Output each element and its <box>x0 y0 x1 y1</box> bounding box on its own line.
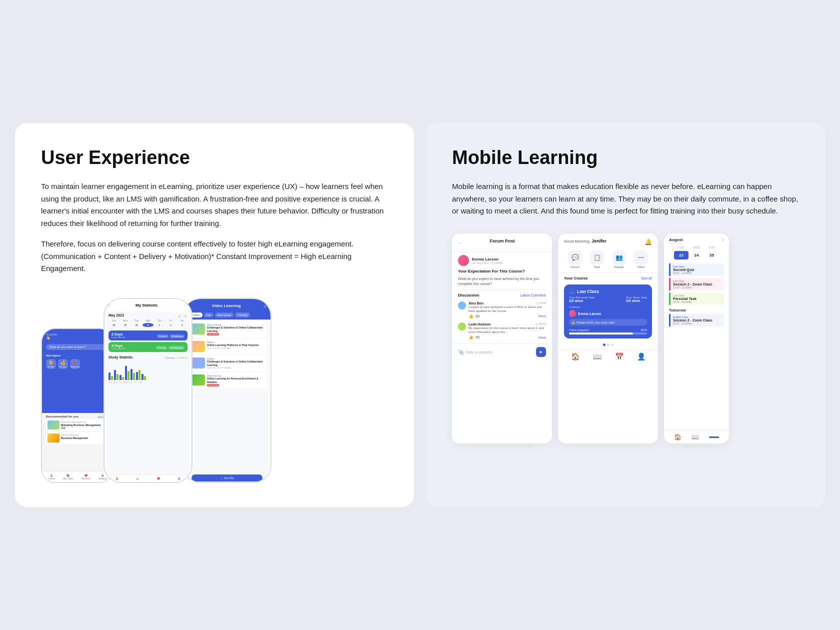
p1-username: 👋 <box>46 336 108 340</box>
p3-filter-live[interactable]: Live <box>204 312 214 318</box>
like-button-2[interactable]: 👍 <box>468 335 474 340</box>
p2-next-month[interactable]: › <box>184 314 188 318</box>
dash-lec-name: Emma Larson <box>578 312 601 316</box>
p2-nav-home[interactable]: 🏠 <box>116 477 118 480</box>
cal-date-24[interactable]: 24 <box>690 251 704 260</box>
p3-item-1[interactable]: Online Learning Challenges & Solutions i… <box>188 322 266 338</box>
comment-avatar-1 <box>458 302 466 310</box>
dash-header: 🔔 Good Morning, Jenifer <box>558 234 658 246</box>
p1-hot-topics-label: Hot topics <box>42 352 112 358</box>
forum-disc-label: Discussion <box>458 293 480 298</box>
mockup-row: ← Forum Post ← Emma Larson 24 Aug 2022, … <box>452 234 799 444</box>
cal-dropdown-icon[interactable]: ∨ <box>722 238 724 242</box>
p2-record-2: 3 Days Current Record 7 Lesson 11 Challe… <box>108 342 188 352</box>
cal-event-1[interactable]: Law Class Second Quiz 09:00 - 10:00AM <box>669 264 724 276</box>
like-button-1[interactable]: 👍 <box>468 314 474 318</box>
main-container: User Experience To maintain learner enga… <box>15 123 825 507</box>
p1-nav-home[interactable]: 🏠Home <box>48 474 54 480</box>
forum-header: ← Forum Post ← <box>452 234 552 252</box>
p3-title-3: Challenges & Solutions in Online Collabo… <box>207 360 264 366</box>
comment-name-1: Alex Ben <box>468 302 484 305</box>
dash-dot-2 <box>607 344 610 346</box>
p1-nav-wishlist[interactable]: ❤️Wishlist <box>82 474 90 480</box>
dash-bn-calendar[interactable]: 📅 <box>615 352 624 360</box>
cal-bn-home[interactable]: 🏠 <box>674 434 682 440</box>
forum-send-button[interactable]: ➤ <box>536 347 546 357</box>
p3-filter-new[interactable]: New Upload <box>215 312 234 318</box>
p2-bottom-nav: 🏠 📖 ❤️ ⚙️ <box>104 474 192 482</box>
comment-time-1: 1:12PM <box>536 302 546 304</box>
p1-rec-item-2[interactable]: Jeremy Mamika Business Management <box>46 432 108 444</box>
p2-stat-title: Study Statistic <box>108 356 133 359</box>
p3-item-3[interactable]: Webinar Challenges & Solutions in Online… <box>188 356 266 371</box>
p2-month: May 2023 <box>108 314 124 317</box>
calendar-card: August ∨ TUE WED THU 23 24 25 <box>664 234 729 444</box>
phone-2-screen: ‹ My Statistic ⋯ May 2023 ‹ › <box>104 299 192 482</box>
p2-prev-month[interactable]: ‹ <box>178 314 182 318</box>
cal-bn-book[interactable]: 📖 <box>692 434 699 440</box>
cal-event-tomorrow-1[interactable]: English Class Session 2 - Zoom Class 09:… <box>669 314 724 326</box>
p1-nav-myclass[interactable]: 📚My Class <box>63 474 74 480</box>
dash-lecturer-row: Emma Larson <box>569 310 647 317</box>
dash-progress-fill <box>569 332 633 334</box>
comment-time-2: 2:25PM <box>536 322 546 326</box>
p2-nav-book[interactable]: 📖 <box>136 477 139 480</box>
phone-3: ‹ Video Learning ⌕ All Video Live New Up… <box>182 298 272 483</box>
cal-date-25[interactable]: 25 <box>704 251 719 260</box>
dash-bn-profile[interactable]: 👤 <box>637 352 646 360</box>
dash-see-all[interactable]: See all <box>642 276 652 280</box>
reply-button-2[interactable]: Reply <box>538 336 546 339</box>
law-class-icon: ⚖️ <box>569 288 575 294</box>
p2-back-icon[interactable]: ‹ <box>108 303 110 308</box>
p2-nav-settings[interactable]: ⚙️ <box>178 477 180 480</box>
dash-bn-home[interactable]: 🏠 <box>571 352 580 360</box>
dash-nav-other[interactable]: ⋯ Other <box>634 250 648 268</box>
cal-event-2[interactable]: Law Class Session 2 - Zoom Class 10:30 -… <box>669 278 724 290</box>
p3-title: Video Learning <box>212 304 241 308</box>
forum-attachment-icon[interactable]: 📎 <box>458 350 464 355</box>
p3-filter-trending[interactable]: Trending <box>235 312 250 318</box>
forum-user-name: Emma Larson <box>472 257 502 262</box>
p3-title-1: Challenges & Solutions in Online Collabo… <box>207 326 264 332</box>
cal-tomorrow-label: Tomorrow <box>664 306 729 313</box>
dash-nav-forum[interactable]: 💬 Forum <box>568 250 582 268</box>
p1-icons-row: 🎨 Design 💰 Finance 📣 Marketing <box>42 358 112 370</box>
forum-question: Your Expectation For This Course? <box>452 269 552 276</box>
p3-sort-button[interactable]: ↑↓ Sort By <box>192 474 262 482</box>
dash-nav-task[interactable]: 📋 Task <box>590 250 604 268</box>
forum-title: Forum Post <box>490 238 514 244</box>
dashboard-card: 🔔 Good Morning, Jenifer 💬 Forum 📋 Task <box>558 234 658 444</box>
p3-title-2: Online Learning Platforms & Their Featur… <box>207 344 258 347</box>
dash-dot-3 <box>611 344 614 346</box>
p1-search[interactable]: What do you want to learn? <box>46 344 108 350</box>
forum-user-time: 24 Aug 2022, 07:25PM <box>472 262 502 264</box>
p2-calendar-grid: Sun Mon Tue Wed Thu Fri Sat 28 29 30 31 … <box>108 318 188 327</box>
p2-title: My Statistic <box>136 303 158 308</box>
p2-nav-heart[interactable]: ❤️ <box>157 477 160 480</box>
p2-menu-icon[interactable]: ⋯ <box>184 303 188 308</box>
p3-sort-section: ↑↓ Sort By <box>184 472 270 482</box>
cal-day-wed: WED <box>690 245 704 250</box>
p3-date-3: June 12th 2023 • 09:00AM <box>207 366 264 369</box>
forum-latest-label[interactable]: Latest Comment <box>520 294 546 297</box>
dash-bn-book[interactable]: 📖 <box>593 352 602 360</box>
reply-button-1[interactable]: Reply <box>538 314 546 318</box>
p3-item-2[interactable]: Webinar Online Learning Platforms & Thei… <box>188 339 266 354</box>
dash-bell-icon[interactable]: 🔔 <box>644 238 652 246</box>
p1-icon-finance: 💰 Finance <box>58 359 68 369</box>
left-panel: User Experience To maintain learner enga… <box>15 123 414 507</box>
p3-search-icon[interactable]: ⌕ <box>264 303 266 308</box>
cal-date-23[interactable]: 23 <box>674 251 688 260</box>
forum-input[interactable]: Write a comment <box>466 350 534 354</box>
dash-nav-people[interactable]: 👥 People <box>612 250 626 268</box>
p1-icon-marketing: 📣 Marketing <box>70 359 80 369</box>
cal-event-3[interactable]: Law Class Personal Task 13:00 - 05:00PM <box>669 292 724 305</box>
p2-record-1: 2 Days Current Record 4 Lesson 8 Challen… <box>108 330 188 340</box>
p2-stat-section: Study Statistic ● Learning ● Challenge <box>104 354 192 386</box>
p3-date-2: June 12th 2023 • 09:00AM <box>207 347 258 350</box>
dash-course-card: ⚖️ Law Class Your Personal Task 2/2 done… <box>564 284 652 338</box>
p1-rec-item-1[interactable]: Business Management Marketing Business M… <box>46 419 108 431</box>
other-icon: ⋯ <box>634 250 648 264</box>
p3-item-4[interactable]: Online Learning Online Learning for Pers… <box>188 372 266 388</box>
forum-back-icon[interactable]: ← <box>458 240 463 246</box>
